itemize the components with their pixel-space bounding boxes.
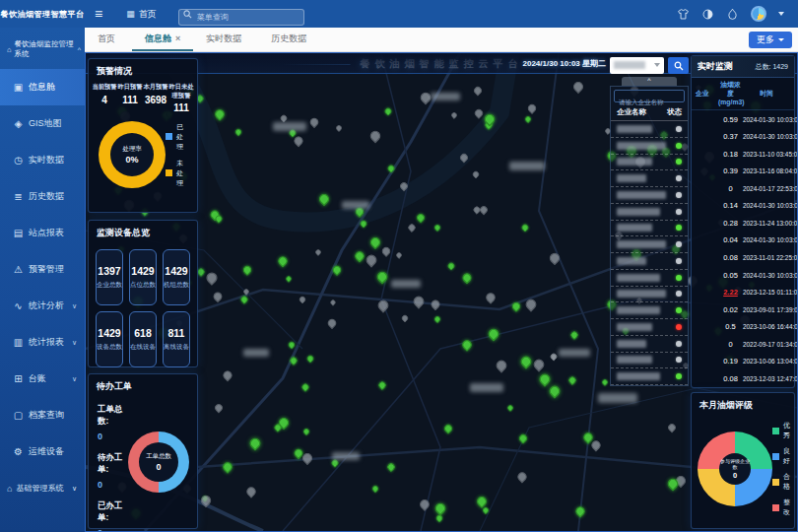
map-pin[interactable] <box>474 107 486 119</box>
map-pin[interactable] <box>590 438 603 451</box>
company-row[interactable] <box>611 170 688 187</box>
map-pin[interactable] <box>494 358 508 372</box>
map-pin[interactable] <box>374 269 389 284</box>
map-pin[interactable] <box>213 403 224 414</box>
company-row[interactable] <box>611 187 688 204</box>
map-pin[interactable] <box>288 340 297 349</box>
map-pin[interactable] <box>306 354 315 363</box>
map-pin[interactable] <box>446 262 455 271</box>
map-pin[interactable] <box>550 352 559 361</box>
map-pin[interactable] <box>526 102 538 114</box>
map-pin[interactable] <box>484 292 498 305</box>
tab[interactable]: 实时数据 <box>193 28 258 51</box>
map-pin[interactable] <box>213 108 227 122</box>
map-pin[interactable] <box>521 223 530 232</box>
sidebar-item[interactable]: ⚙ 运维设备 <box>0 433 85 470</box>
breadcrumb[interactable]: ▦ 首页 <box>112 8 170 21</box>
company-select[interactable] <box>610 57 664 74</box>
map-pin[interactable] <box>289 356 299 366</box>
tab[interactable]: 历史数据 <box>258 28 323 51</box>
map-pin[interactable] <box>532 358 547 372</box>
flame-icon[interactable] <box>726 8 739 21</box>
more-button[interactable]: 更多 <box>749 32 792 48</box>
company-row[interactable] <box>611 353 688 369</box>
map-pin[interactable] <box>370 484 378 492</box>
map-pin[interactable] <box>506 404 514 412</box>
map-pin[interactable] <box>523 298 538 312</box>
tab[interactable]: 首页 <box>85 28 132 51</box>
map-pin[interactable] <box>367 128 382 143</box>
map-pin[interactable] <box>204 270 220 286</box>
tab-close-icon[interactable]: × <box>175 33 180 43</box>
map-pin[interactable] <box>461 338 474 351</box>
map-pin[interactable] <box>383 106 392 115</box>
company-row[interactable] <box>611 302 688 319</box>
map-pin[interactable] <box>411 295 426 309</box>
map-pin[interactable] <box>285 275 292 282</box>
map-pin[interactable] <box>433 315 441 323</box>
map-pin[interactable] <box>573 504 586 517</box>
map-pin[interactable] <box>301 428 309 435</box>
company-search-button[interactable] <box>668 57 689 74</box>
sidebar-item[interactable]: ▣ 信息舱 <box>0 69 85 105</box>
map-pin[interactable] <box>400 314 409 323</box>
map-pin[interactable] <box>430 299 442 311</box>
company-row[interactable] <box>611 121 688 138</box>
appearance-icon[interactable] <box>701 8 714 21</box>
map-pin[interactable] <box>395 251 403 259</box>
map-pin[interactable] <box>524 115 532 123</box>
company-row[interactable] <box>611 270 688 287</box>
company-row[interactable] <box>611 253 688 270</box>
map-pin[interactable] <box>667 422 678 432</box>
map-pin[interactable] <box>364 252 378 267</box>
map-pin[interactable] <box>519 354 534 368</box>
map-pin[interactable] <box>239 296 249 305</box>
list-collapse-handle[interactable]: ^ <box>622 77 677 86</box>
sidebar-item[interactable]: ⊞ 台账 ∨ <box>0 361 85 397</box>
map-pin[interactable] <box>331 264 343 276</box>
map-pin[interactable] <box>199 494 214 508</box>
map-pin[interactable] <box>567 375 577 385</box>
sidebar-item[interactable]: ≣ 历史数据 <box>0 178 85 215</box>
tab[interactable]: 信息舱 × <box>132 28 193 51</box>
sidebar-item[interactable]: ▥ 统计报表 ∨ <box>0 324 85 361</box>
user-avatar[interactable] <box>751 6 766 22</box>
map-pin[interactable] <box>335 124 343 132</box>
map-pin[interactable] <box>377 380 387 390</box>
company-row[interactable] <box>611 319 688 336</box>
map-pin[interactable] <box>460 272 473 285</box>
map-pin[interactable] <box>221 460 233 473</box>
company-row[interactable] <box>611 155 688 171</box>
map-pin[interactable] <box>222 369 234 382</box>
map-pin[interactable] <box>248 435 263 450</box>
sidebar-item[interactable]: ▢ 档案查询 <box>0 397 85 433</box>
map-pin[interactable] <box>368 235 382 249</box>
map-pin[interactable] <box>601 378 609 386</box>
sidebar-item[interactable]: ⚠ 预警管理 <box>0 251 85 288</box>
map-pin[interactable] <box>475 495 489 508</box>
map-pin[interactable] <box>515 471 528 484</box>
map-pin[interactable] <box>244 485 257 498</box>
user-menu-caret-icon[interactable] <box>778 12 784 16</box>
map-pin[interactable] <box>570 80 584 94</box>
map-pin[interactable] <box>416 213 427 224</box>
map-pin[interactable] <box>308 116 320 128</box>
map-pin[interactable] <box>354 249 366 262</box>
map-pin[interactable] <box>212 291 225 303</box>
map-pin[interactable] <box>432 500 447 515</box>
map-pin[interactable] <box>548 383 563 398</box>
map-pin[interactable] <box>360 219 368 228</box>
map-pin[interactable] <box>418 498 432 511</box>
map-pin[interactable] <box>301 382 311 392</box>
map-pin[interactable] <box>314 248 322 256</box>
map-pin[interactable] <box>376 298 391 312</box>
map-pin[interactable] <box>548 251 563 266</box>
sidebar-item[interactable]: ◈ GIS地图 <box>0 105 85 142</box>
company-row[interactable] <box>611 368 688 385</box>
hamburger-icon[interactable]: ≡ <box>85 6 112 22</box>
company-row[interactable] <box>611 221 688 237</box>
map-pin[interactable] <box>458 153 469 164</box>
map-pin[interactable] <box>478 205 489 216</box>
map-pin[interactable] <box>330 299 337 306</box>
map-pin[interactable] <box>399 181 410 192</box>
